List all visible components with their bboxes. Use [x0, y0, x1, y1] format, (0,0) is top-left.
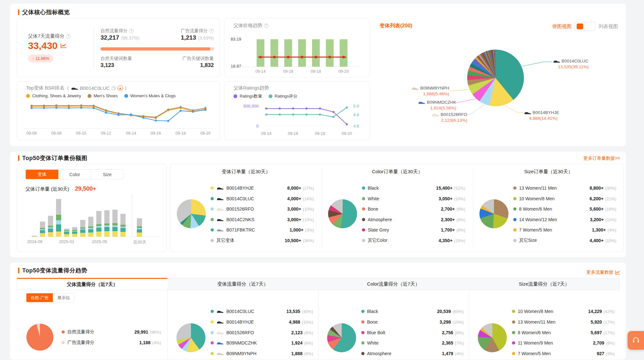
- legend-pct: (10%): [303, 217, 314, 222]
- axis-tick-label: 09-16: [151, 131, 161, 136]
- pie-view-toggle-cell[interactable]: [575, 22, 585, 31]
- variant-traffic-pie[interactable]: [176, 323, 205, 352]
- data-point: [306, 108, 308, 109]
- legend-dot: [362, 197, 365, 200]
- bar-segment: [120, 232, 126, 237]
- tab-size-traffic[interactable]: Size流量得分（近7天）: [469, 278, 620, 290]
- view-toggle-group: 饼图视图 列表视图: [552, 22, 618, 31]
- legend-label: B0014BYHJE: [226, 185, 254, 191]
- legend-dot: [361, 341, 365, 345]
- size-traffic-pie[interactable]: [478, 323, 507, 352]
- variant-orders-legend: B0014BYHJE8,000+(27%)B0014C0LUC4,000+(14…: [211, 183, 314, 246]
- bar-segment: [48, 232, 53, 237]
- legend-dot: [361, 331, 365, 334]
- legend-number: 1,300+: [592, 227, 606, 232]
- legend-number: 1,924: [291, 340, 303, 346]
- legend-value: 14,229(42%): [588, 309, 615, 314]
- tab-自然-广告[interactable]: 自然-广告: [26, 293, 53, 302]
- copy-icon[interactable]: [111, 86, 116, 90]
- axis-tick-label: 近30天: [133, 239, 146, 245]
- column-title: 变体订单量（近30天）: [170, 169, 322, 175]
- shoe-icon: [553, 59, 560, 63]
- legend-value: 4,400+(15%): [590, 238, 616, 243]
- organic-value-pct: (96.37%): [121, 35, 139, 41]
- ratings-trend-card: 父体Ratings趋势 Ratings数量Ratings评分 500,000 0…: [224, 81, 370, 140]
- legend-label: Bone: [368, 206, 378, 212]
- organic-score-value: 32,217 (96.37%): [100, 34, 139, 41]
- order-x-axis: 2024-092025-012025-05近30天: [17, 239, 167, 245]
- pie-label[interactable]: B0014C0LUC 13,535(39.11%): [553, 59, 589, 69]
- legend-pct: (15%): [302, 320, 313, 325]
- help-icon[interactable]: ?: [66, 34, 71, 39]
- axis-tick-label: 09-06: [26, 131, 37, 136]
- legend-dot: [211, 186, 214, 190]
- tab-Size[interactable]: Size: [91, 170, 123, 179]
- legend-row: B071FBKTRC1,000+(3%): [211, 225, 314, 235]
- list-view-label[interactable]: 列表视图: [599, 24, 618, 30]
- stacked-bar: [40, 222, 45, 237]
- legend-number: 3,200+: [590, 217, 604, 222]
- pie-label[interactable]: B0014BYHJE 4,988(14.41%): [524, 110, 559, 121]
- legend-dot: [124, 94, 128, 98]
- data-point: [55, 104, 57, 106]
- more-traffic-link[interactable]: 更多流量数据: [586, 270, 620, 275]
- bsr-asin: B0014C0LUC: [80, 85, 110, 91]
- pie-label-value: 2,123(6.13%): [421, 118, 467, 123]
- help-icon[interactable]: ?: [209, 29, 214, 33]
- size-orders-pie[interactable]: [479, 199, 508, 228]
- tab-variant-traffic[interactable]: 变体流量得分（近7天）: [167, 278, 318, 290]
- legend-dot: [211, 341, 214, 345]
- column-title: Color订单量（近30天）: [322, 169, 473, 175]
- section-accent-bar: [18, 155, 19, 161]
- shoe-icon: [432, 113, 439, 117]
- variant-pie-chart[interactable]: [467, 50, 524, 106]
- more-orders-link[interactable]: 更多订单量数据>>: [583, 156, 620, 161]
- legend-number: 4,988: [289, 319, 300, 325]
- pie-label-asin: B09NMDCZHK: [427, 100, 456, 105]
- size-orders-column: Size订单量（近30天） 13 Women/11 Men8,800+(30%)…: [473, 164, 624, 252]
- axis-tick-label: 09-20: [342, 131, 352, 136]
- pie-view-label[interactable]: 饼图视图: [552, 24, 572, 30]
- ad-keywords-label: 广告关键词数量: [182, 56, 214, 62]
- tab-展示位[interactable]: 展示位: [53, 293, 74, 302]
- legend-pct: (3%): [606, 351, 615, 356]
- tab-变体[interactable]: 变体: [26, 170, 58, 179]
- tab-color-traffic[interactable]: Color流量得分（近7天）: [318, 278, 469, 290]
- legend-row: 10 Women/8 Men6,200+(21%): [513, 194, 616, 204]
- list-view-toggle-cell[interactable]: [585, 22, 595, 31]
- view-toggle[interactable]: [575, 22, 595, 31]
- tab-parent-traffic[interactable]: 父体流量得分（近7天）: [17, 278, 167, 290]
- legend-pct: (21%): [605, 196, 616, 201]
- pie-label[interactable]: B001526RFO 2,123(6.13%): [421, 112, 467, 123]
- legend-dot: [512, 320, 515, 324]
- legend-value: 2,709(8%): [593, 340, 615, 346]
- shoe-icon: [71, 86, 78, 90]
- tab-Color[interactable]: Color: [58, 170, 91, 179]
- legend-number: 8,800+: [590, 185, 603, 191]
- pie-label[interactable]: B09NM9YNPH 1,888(5.46%): [404, 86, 449, 96]
- legend-dot: [211, 239, 214, 242]
- data-point: [346, 123, 348, 125]
- price-title-text: 父体价格趋势: [233, 23, 262, 29]
- color-traffic-pie[interactable]: [327, 323, 356, 352]
- help-icon[interactable]: ?: [264, 24, 269, 28]
- legend-dot: [512, 352, 515, 355]
- legend-pct: (4%): [152, 340, 161, 345]
- data-point: [142, 117, 144, 118]
- stacked-bar: [96, 211, 101, 237]
- amazon-link-icon[interactable]: a: [118, 85, 123, 91]
- color-orders-pie[interactable]: [328, 199, 357, 228]
- ratings-left-axis-min: 0: [232, 124, 259, 128]
- variant-orders-pie[interactable]: [177, 199, 206, 228]
- legend-label: B09NMDCZHK: [226, 340, 257, 346]
- trend-chart-icon[interactable]: [60, 43, 67, 48]
- help-icon[interactable]: ?: [129, 29, 134, 33]
- parent-traffic-pie[interactable]: [26, 324, 53, 351]
- legend-label: 14 Women/12 Men: [519, 217, 557, 222]
- shoe-icon: [216, 186, 224, 190]
- data-point: [118, 114, 119, 116]
- pie-label[interactable]: B09NMDCZHK 1,924(5.56%): [412, 100, 456, 110]
- assistant-fab[interactable]: [628, 331, 644, 350]
- traffic-split-bar-fill: [100, 47, 210, 51]
- ratings-right-axis-3: 4.6: [353, 124, 359, 128]
